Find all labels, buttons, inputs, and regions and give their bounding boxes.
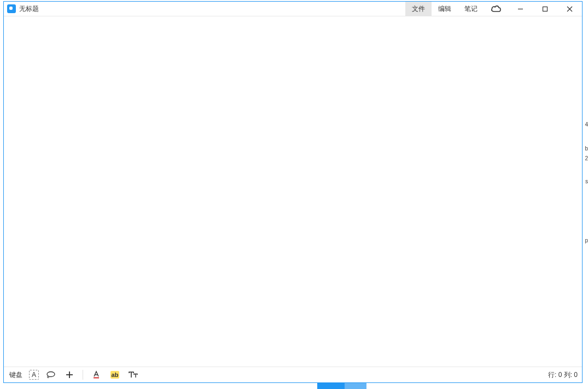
add-button[interactable] — [63, 369, 76, 381]
text-tool-button[interactable]: A — [29, 370, 39, 380]
background-fragment: s — [585, 178, 588, 184]
lasso-icon — [46, 371, 56, 379]
bottom-toolbar: 键盘 A — [4, 367, 582, 382]
font-color-icon — [92, 370, 101, 379]
app-icon — [7, 4, 16, 13]
titlebar-right: 文件 编辑 笔记 — [405, 2, 582, 16]
text-size-icon — [129, 371, 138, 379]
menu-edit[interactable]: 编辑 — [432, 2, 458, 16]
close-icon — [567, 6, 573, 12]
menu-file[interactable]: 文件 — [405, 2, 432, 16]
background-fragment: p — [585, 237, 588, 243]
background-fragment: b — [585, 146, 588, 152]
bottom-toolbar-left: 键盘 A — [8, 369, 544, 381]
text-tool-icon: A — [29, 370, 39, 380]
minimize-button[interactable] — [508, 2, 533, 16]
svg-point-5 — [48, 376, 49, 378]
lasso-tool-button[interactable] — [44, 369, 57, 381]
highlight-icon: ab — [110, 371, 120, 379]
background-fragment: 2 — [585, 155, 588, 161]
editor-area[interactable] — [4, 16, 582, 367]
toolbar-divider — [83, 370, 83, 380]
keyboard-button[interactable]: 键盘 — [8, 370, 24, 380]
cloud-icon — [491, 5, 502, 13]
background-shape — [345, 383, 366, 389]
cursor-position-status: 行: 0 列: 0 — [548, 370, 578, 380]
close-button[interactable] — [557, 2, 582, 16]
font-color-button[interactable] — [90, 369, 103, 381]
background-fragment: 4 — [585, 121, 588, 127]
titlebar-left: 无标题 — [4, 4, 405, 14]
maximize-button[interactable] — [533, 2, 557, 16]
plus-icon — [66, 371, 73, 379]
svg-rect-1 — [543, 7, 548, 11]
svg-rect-8 — [94, 378, 99, 379]
maximize-icon — [542, 6, 548, 12]
minimize-icon — [517, 6, 523, 12]
highlight-button[interactable]: ab — [108, 369, 121, 381]
window-title: 无标题 — [19, 4, 39, 14]
titlebar: 无标题 文件 编辑 笔记 — [4, 2, 582, 16]
text-size-button[interactable] — [127, 369, 140, 381]
cloud-sync-button[interactable] — [484, 2, 508, 16]
menu-notes[interactable]: 笔记 — [458, 2, 484, 16]
app-window: 无标题 文件 编辑 笔记 — [3, 1, 583, 383]
